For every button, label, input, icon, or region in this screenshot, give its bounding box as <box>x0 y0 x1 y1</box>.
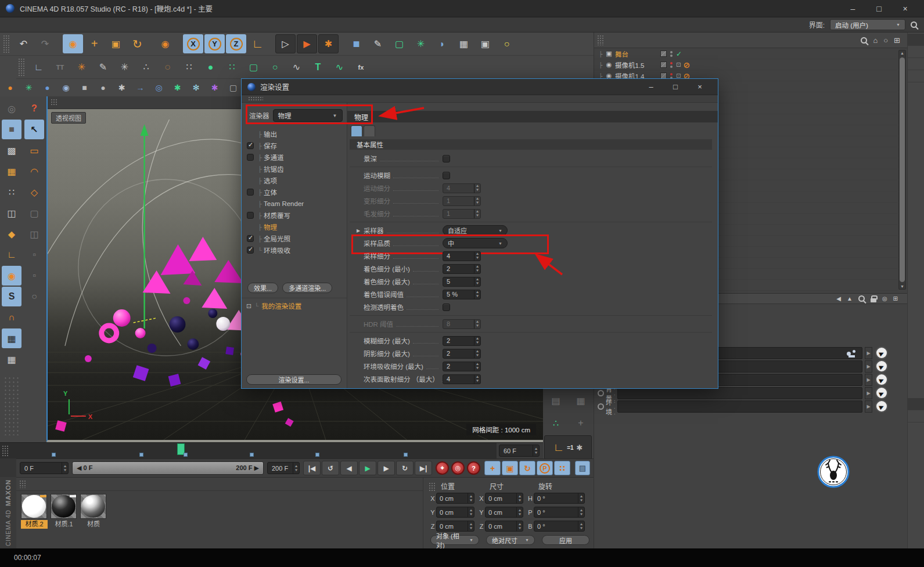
size-x-field[interactable]: 0 cm▲▼ <box>485 493 523 504</box>
tab-structure[interactable] <box>908 70 924 82</box>
dialog-close-button[interactable]: × <box>688 80 712 95</box>
material-preview[interactable] <box>80 494 106 519</box>
viewport-grip[interactable] <box>51 99 58 106</box>
text-tool-icon[interactable]: T <box>308 57 328 77</box>
settings-tab[interactable] <box>364 125 375 136</box>
target-icon[interactable]: ◎ <box>882 295 887 302</box>
pick-object-button[interactable]: ▶ <box>875 360 888 373</box>
points-mode-button[interactable]: ∷ <box>2 182 21 202</box>
expand-button[interactable]: ▶ <box>865 374 872 386</box>
setting-number-field[interactable]: 2▲▼ <box>443 362 481 371</box>
keyframe-marker[interactable] <box>52 453 56 457</box>
square-dim-icon[interactable]: ▫ <box>24 245 44 265</box>
keyframe-marker[interactable] <box>404 453 408 457</box>
polygons-mode-button[interactable]: ◆ <box>2 224 21 244</box>
snap-button[interactable]: S <box>2 287 21 306</box>
help-button[interactable]: ? <box>24 99 44 118</box>
nav-checkbox[interactable] <box>247 189 254 196</box>
size-z-field[interactable]: 0 cm▲▼ <box>485 521 523 532</box>
gear-green-icon[interactable]: ✱ <box>169 80 186 95</box>
goto-start-button[interactable]: |◀ <box>303 461 321 475</box>
export-arrow-icon[interactable]: → <box>132 80 149 95</box>
sphere-points-icon[interactable]: ● <box>200 57 221 77</box>
nav-checkbox[interactable] <box>247 154 254 161</box>
render-preset-item[interactable]: ⊡ └ 我的渲染设置 <box>246 301 301 310</box>
close-button[interactable]: × <box>892 1 918 17</box>
axis-scale-widget[interactable]: ∟ =1 ✱ <box>544 435 592 460</box>
spline-chain-icon[interactable]: ∿ <box>286 57 307 77</box>
setting-dropdown[interactable]: 中▼ <box>443 238 508 248</box>
next-key-button[interactable]: ↻ <box>396 461 414 475</box>
redo-button[interactable]: ↷ <box>35 34 55 53</box>
move-tool[interactable]: + <box>84 34 105 53</box>
coordinate-system-button[interactable]: ∟ <box>247 34 268 53</box>
search-icon[interactable] <box>861 37 867 44</box>
setting-number-field[interactable]: 2▲▼ <box>443 264 481 274</box>
render-settings-menu-button[interactable]: 渲染设置... <box>246 374 341 385</box>
search-icon[interactable] <box>858 295 865 302</box>
record-keyframe-button[interactable]: ⌖ <box>436 461 449 475</box>
nav-label[interactable]: 立体 <box>264 187 277 197</box>
key-pla-toggle[interactable]: ∷ <box>554 461 570 475</box>
setting-number-field[interactable]: 4▲▼ <box>443 183 481 193</box>
object-label[interactable]: 摄像机1.5 <box>615 60 645 70</box>
material-preview[interactable] <box>51 494 77 519</box>
faces-icon[interactable]: ◉ <box>57 80 74 95</box>
tab-objects[interactable] <box>908 34 924 46</box>
visibility-dots[interactable] <box>670 73 673 79</box>
emitter-icon[interactable]: ✳ <box>20 80 37 95</box>
disabled-icon[interactable]: ⊘ <box>683 60 690 70</box>
setting-dropdown[interactable]: 自适应▼ <box>443 225 508 236</box>
enabled-check-icon[interactable]: ✓ <box>676 50 682 58</box>
settings-nav-item[interactable]: 抗锯齿 <box>244 163 344 175</box>
light-menu[interactable]: ○ <box>497 34 517 53</box>
nav-label[interactable]: 全局光照 <box>264 234 290 243</box>
sphere-dim-icon[interactable]: ○ <box>24 287 44 306</box>
render-view-button[interactable]: ▷ <box>275 34 296 53</box>
end-frame-field[interactable]: 200 F▲▼ <box>267 462 300 474</box>
keyframe-selection-button[interactable]: ? <box>467 461 480 475</box>
nav-checkbox[interactable] <box>247 235 254 242</box>
camera-menu[interactable]: ▣ <box>475 34 495 53</box>
rotation-h-field[interactable]: 0 °▲▼ <box>534 493 585 504</box>
material-preview[interactable] <box>21 494 47 519</box>
setting-number-field[interactable]: 1▲▼ <box>443 196 481 206</box>
dot-path-icon[interactable]: ∴ <box>136 57 156 77</box>
setting-number-field[interactable]: 4▲▼ <box>443 251 481 261</box>
settings-nav-item[interactable]: 材质覆写 <box>244 210 344 221</box>
setting-number-field[interactable]: 4▲▼ <box>443 374 481 384</box>
position-x-field[interactable]: 0 cm▲▼ <box>436 493 474 504</box>
nav-label[interactable]: 选项 <box>264 176 277 185</box>
tab-layers[interactable] <box>908 410 924 422</box>
dialog-minimize-button[interactable]: – <box>639 80 663 95</box>
typography-tool-icon[interactable]: TT <box>50 57 70 77</box>
dialog-title-bar[interactable]: 渲染设置 – □ × <box>242 79 718 95</box>
sphere-blue-icon[interactable]: ● <box>39 80 56 95</box>
last-used-tool[interactable]: ◉ <box>155 34 175 53</box>
pick-object-button[interactable]: ▶ <box>875 387 888 399</box>
previous-key-button[interactable]: ↺ <box>322 461 339 475</box>
settings-nav-item[interactable]: 保存 <box>244 140 344 151</box>
nav-label[interactable]: 物理 <box>264 222 277 232</box>
back-icon[interactable]: ◀ <box>836 295 841 302</box>
play-button[interactable]: ▶ <box>359 461 376 475</box>
rotate-tool[interactable]: ↻ <box>127 34 148 53</box>
lock-z-axis-button[interactable]: Z <box>226 34 246 53</box>
preset-label[interactable]: 我的渲染设置 <box>261 301 301 310</box>
position-z-field[interactable]: 0 cm▲▼ <box>436 521 474 532</box>
lasso-selection-button[interactable]: ◠ <box>24 161 44 181</box>
texture-mode-button[interactable]: ▩ <box>2 140 21 160</box>
settings-nav-item[interactable]: 立体 <box>244 186 344 198</box>
object-manager-grip[interactable] <box>597 35 605 45</box>
materials-grip[interactable] <box>19 480 27 488</box>
eye-icon[interactable]: ○ <box>883 36 888 45</box>
spline-pen-icon[interactable]: ✎ <box>93 57 113 77</box>
setting-number-field[interactable]: 2▲▼ <box>443 349 481 359</box>
remesh-icon[interactable]: ▢ <box>243 57 264 77</box>
link-field[interactable] <box>617 387 862 399</box>
pen-spline-menu[interactable]: ✎ <box>368 34 388 53</box>
up-icon[interactable]: ▲ <box>847 295 853 302</box>
settings-nav-item[interactable]: 全局光照 <box>244 233 344 244</box>
renderer-dropdown[interactable]: 物理▼ <box>273 109 343 122</box>
next-frame-button[interactable]: ▶ <box>377 461 395 475</box>
